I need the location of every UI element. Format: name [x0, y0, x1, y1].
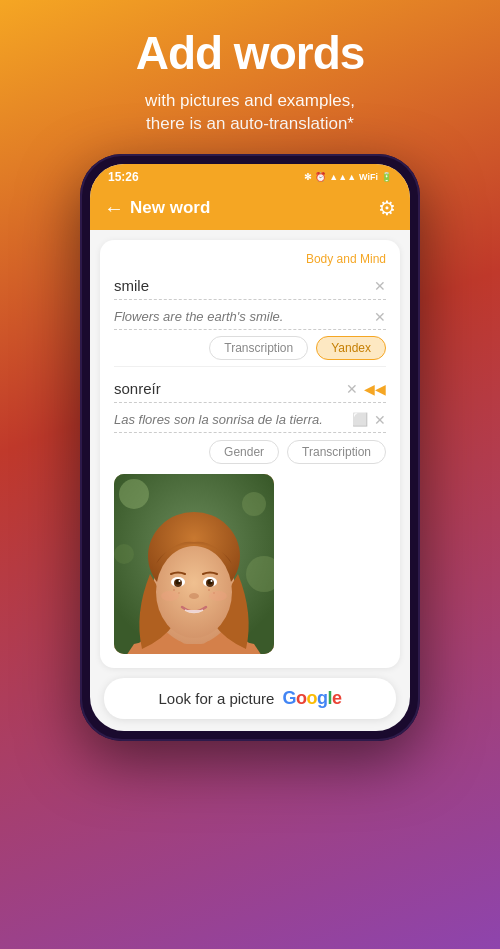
- promo-section: Add words with pictures and examples,the…: [0, 0, 500, 154]
- svg-point-1: [119, 479, 149, 509]
- svg-point-23: [208, 589, 210, 591]
- svg-point-17: [211, 580, 213, 582]
- svg-point-20: [209, 591, 227, 601]
- look-for-picture-text: Look for a picture: [159, 690, 275, 707]
- word2-text[interactable]: sonreír: [114, 380, 340, 397]
- main-card: Body and Mind smile ✕ Flowers are the ea…: [100, 240, 400, 668]
- copy-icon[interactable]: ⬜: [352, 412, 368, 427]
- transcription2-button[interactable]: Transcription: [287, 440, 386, 464]
- svg-point-19: [161, 591, 179, 601]
- header-left: ← New word: [104, 198, 210, 218]
- battery-icon: 🔋: [381, 172, 392, 182]
- svg-point-18: [189, 593, 199, 599]
- bluetooth-icon: ✻: [304, 172, 312, 182]
- transcription-button[interactable]: Transcription: [209, 336, 308, 360]
- example1-text[interactable]: Flowers are the earth's smile.: [114, 309, 368, 324]
- signal-icon: ▲▲▲: [329, 172, 356, 182]
- wifi-icon: WiFi: [359, 172, 378, 182]
- example1-row: Flowers are the earth's smile. ✕: [114, 304, 386, 330]
- sound-icon[interactable]: ◀◀: [364, 381, 386, 397]
- example2-row: Las flores son la sonrisa de la tierra. …: [114, 407, 386, 433]
- example1-clear-icon[interactable]: ✕: [374, 310, 386, 324]
- phone-wrapper: 15:26 ✻ ⏰ ▲▲▲ WiFi 🔋 ← New word ⚙: [70, 154, 430, 949]
- status-bar: 15:26 ✻ ⏰ ▲▲▲ WiFi 🔋: [90, 164, 410, 188]
- svg-point-2: [242, 492, 266, 516]
- phone-frame: 15:26 ✻ ⏰ ▲▲▲ WiFi 🔋 ← New word ⚙: [80, 154, 420, 741]
- face-svg: [114, 474, 274, 654]
- svg-point-21: [173, 589, 175, 591]
- app-header: ← New word ⚙: [90, 188, 410, 230]
- word1-text[interactable]: smile: [114, 277, 368, 294]
- g-red2: e: [332, 688, 342, 708]
- word-image[interactable]: [114, 474, 274, 654]
- yandex-button[interactable]: Yandex: [316, 336, 386, 360]
- promo-subtitle: with pictures and examples,there is an a…: [30, 89, 470, 137]
- back-button[interactable]: ←: [104, 198, 124, 218]
- word1-row: smile ✕: [114, 272, 386, 300]
- photo-placeholder: [114, 474, 274, 654]
- word2-buttons: Gender Transcription: [114, 440, 386, 464]
- word1-clear-icon[interactable]: ✕: [374, 279, 386, 293]
- g-blue: G: [282, 688, 296, 708]
- svg-point-24: [213, 592, 215, 594]
- svg-point-3: [114, 544, 134, 564]
- translation-buttons: Transcription Yandex: [114, 336, 386, 360]
- g-yellow: o: [306, 688, 317, 708]
- example2-clear-icon[interactable]: ✕: [374, 413, 386, 427]
- category-label[interactable]: Body and Mind: [114, 252, 386, 266]
- status-icons: ✻ ⏰ ▲▲▲ WiFi 🔋: [304, 172, 392, 182]
- svg-point-16: [179, 580, 181, 582]
- google-search-bar[interactable]: Look for a picture Google: [104, 678, 396, 719]
- svg-point-22: [178, 592, 180, 594]
- phone-screen: 15:26 ✻ ⏰ ▲▲▲ WiFi 🔋 ← New word ⚙: [90, 164, 410, 731]
- g-blue2: g: [317, 688, 328, 708]
- word2-clear-icon[interactable]: ✕: [346, 382, 358, 396]
- header-title: New word: [130, 198, 210, 218]
- word2-row: sonreír ✕ ◀◀: [114, 375, 386, 403]
- g-red: o: [296, 688, 307, 708]
- google-logo: Google: [282, 688, 341, 709]
- gender-button[interactable]: Gender: [209, 440, 279, 464]
- settings-icon[interactable]: ⚙: [378, 196, 396, 220]
- alarm-icon: ⏰: [315, 172, 326, 182]
- example2-text[interactable]: Las flores son la sonrisa de la tierra.: [114, 412, 346, 427]
- status-time: 15:26: [108, 170, 139, 184]
- word2-section: sonreír ✕ ◀◀ Las flores son la sonrisa d…: [114, 366, 386, 654]
- promo-title: Add words: [30, 28, 470, 79]
